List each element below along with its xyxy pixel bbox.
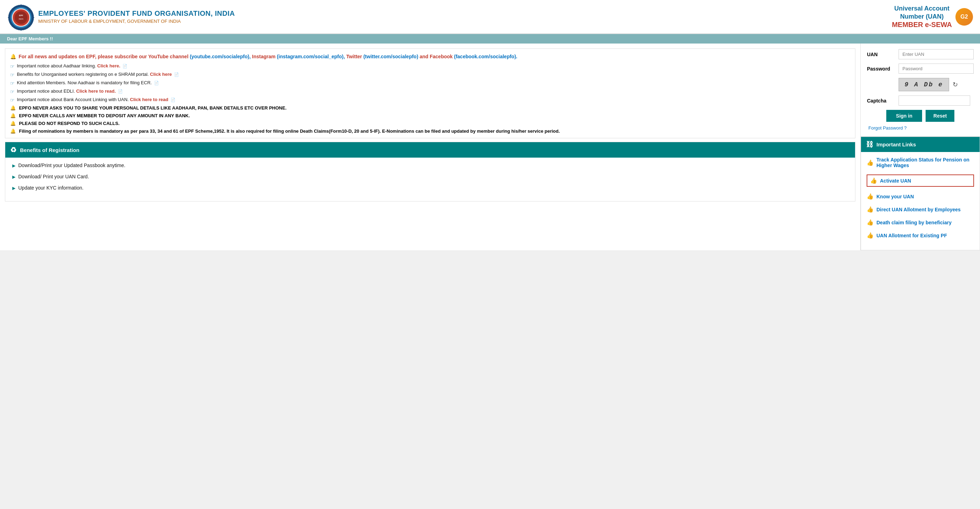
captcha-input-row: Captcha [867, 95, 974, 106]
bell-icon: 🔔 [10, 54, 16, 59]
links-icon: ⛓ [866, 140, 873, 148]
notice-pointer-icon: ☞ [10, 64, 15, 69]
uan-input[interactable] [899, 49, 974, 59]
captcha-image-row: 9 A Db e ↻ [899, 78, 974, 91]
warning-item: 🔔 PLEASE DO NOT RESPOND TO SUCH CALLS. [10, 121, 850, 126]
bell-icon: 🔔 [10, 129, 16, 134]
link-pointer-icon: 👍 [867, 232, 873, 239]
notice-item: ☞ Kind attention Members. Now Aadhaar is… [10, 80, 850, 86]
password-row: Password [867, 64, 974, 74]
warning-item: 🔔 EPFO NEVER CALLS ANY MEMBER TO DEPOSIT… [10, 113, 850, 118]
notice-pointer-icon: ☞ [10, 97, 15, 103]
pdf-icon: 📄 [154, 81, 159, 85]
uan-row: UAN [867, 49, 974, 59]
login-buttons-row: Sign in Reset [867, 110, 974, 122]
captcha-refresh-icon[interactable]: ↻ [953, 81, 958, 89]
benefits-list: ▶ Download/Print your Updated Passbook a… [5, 157, 855, 201]
pdf-icon: 📄 [170, 98, 175, 102]
logo-wrapper: EPF INDIA [7, 3, 33, 30]
org-title: EMPLOYEES' PROVIDENT FUND ORGANISATION, … [38, 10, 235, 17]
activate-uan-link-item: 👍 Activate UAN [867, 175, 974, 187]
link-pointer-icon: 👍 [867, 219, 873, 226]
link-item: 👍 Direct UAN Allotment by Employees [867, 206, 974, 213]
left-content: 🔔 For all news and updates on EPF, pleas… [0, 43, 861, 250]
forgot-password-link[interactable]: Forgot Password ? [867, 125, 974, 130]
warning-item: 🔔 EPFO NEVER ASKS YOU TO SHARE YOUR PERS… [10, 105, 850, 111]
benefit-arrow-icon: ▶ [12, 175, 16, 180]
header-left: EPF INDIA EMPLOYEES' PROVIDENT FUND ORGA… [7, 3, 235, 30]
g2-badge: G2 [955, 8, 973, 25]
link-item: 👍 Know your UAN [867, 193, 974, 200]
gear-icon: EPF INDIA [7, 3, 35, 32]
header-right: Universal AccountNumber (UAN) MEMBER e-S… [892, 5, 973, 29]
link-pointer-icon: 👍 [867, 193, 873, 200]
link-pointer-icon: 👍 [870, 177, 877, 184]
password-input[interactable] [899, 64, 974, 74]
notice-pointer-icon: ☞ [10, 80, 15, 86]
uan-box: Universal AccountNumber (UAN) MEMBER e-S… [892, 5, 952, 29]
bell-icon: 🔔 [10, 113, 16, 118]
important-links-title: Important Links [877, 142, 916, 148]
svg-point-12 [15, 11, 27, 24]
track-app-link[interactable]: Track Application Status for Pension on … [877, 157, 974, 168]
member-esewa-label: MEMBER e-SEWA [892, 21, 952, 29]
captcha-input[interactable] [899, 95, 970, 106]
death-claim-link[interactable]: Death claim filing by beneficiary [877, 220, 951, 225]
sign-in-button[interactable]: Sign in [886, 110, 923, 122]
benefit-arrow-icon: ▶ [12, 186, 16, 191]
know-uan-link[interactable]: Know your UAN [877, 194, 914, 199]
pdf-icon: 📄 [123, 64, 127, 68]
notice-item: ☞ Benefits for Unorganised workers regis… [10, 72, 850, 78]
link-item: 👍 UAN Allotment for Existing PF [867, 232, 974, 239]
uan-title: Universal AccountNumber (UAN) [892, 5, 952, 21]
login-form: UAN Password 9 A Db e ↻ Captcha Sign [861, 43, 980, 137]
main-container: 🔔 For all news and updates on EPF, pleas… [0, 43, 980, 250]
important-links-header: ⛓ Important Links [861, 137, 980, 152]
benefits-icon: ♻ [10, 146, 16, 154]
notice-pointer-icon: ☞ [10, 72, 15, 78]
links-list: 👍 Track Application Status for Pension o… [861, 152, 980, 250]
pdf-icon: 📄 [118, 89, 123, 93]
benefit-item: ▶ Download/ Print your UAN Card. [12, 174, 848, 180]
activate-uan-link[interactable]: Activate UAN [880, 178, 911, 184]
benefits-header: ♻ Benefits of Registration [5, 142, 855, 157]
link-item: 👍 Death claim filing by beneficiary [867, 219, 974, 226]
org-info: EMPLOYEES' PROVIDENT FUND ORGANISATION, … [38, 10, 235, 24]
sub-header: Dear EPF Members !! [0, 34, 980, 43]
notice-item: ☞ Important notice about EDLI. Click her… [10, 89, 850, 94]
notice-item: ☞ Important notice about Aadhaar linking… [10, 63, 850, 69]
benefit-item: ▶ Update your KYC information. [12, 185, 848, 191]
link-pointer-icon: 👍 [867, 206, 873, 213]
header: EPF INDIA EMPLOYEES' PROVIDENT FUND ORGA… [0, 0, 980, 34]
reset-button[interactable]: Reset [926, 110, 955, 122]
password-label: Password [867, 66, 895, 72]
svg-text:EPF: EPF [19, 14, 23, 16]
notice-pointer-icon: ☞ [10, 89, 15, 94]
benefits-title: Benefits of Registration [20, 147, 80, 153]
bell-icon: 🔔 [10, 121, 16, 126]
bell-icon: 🔔 [10, 105, 16, 111]
uan-allotment-link[interactable]: UAN Allotment for Existing PF [877, 233, 947, 239]
captcha-image: 9 A Db e [899, 78, 949, 91]
right-sidebar: UAN Password 9 A Db e ↻ Captcha Sign [861, 43, 980, 250]
captcha-label: Captcha [867, 98, 895, 103]
notice-item: ☞ Important notice about Bank Account Li… [10, 97, 850, 103]
nomination-notice: 🔔 Filing of nominations by members is ma… [10, 129, 850, 134]
direct-uan-link[interactable]: Direct UAN Allotment by Employees [877, 207, 961, 212]
benefits-section: ♻ Benefits of Registration ▶ Download/Pr… [5, 142, 855, 202]
news-banner: 🔔 For all news and updates on EPF, pleas… [10, 53, 850, 60]
org-subtitle: MINISTRY OF LABOUR & EMPLOYMENT, GOVERNM… [38, 19, 235, 24]
uan-label: UAN [867, 52, 895, 57]
notification-area: 🔔 For all news and updates on EPF, pleas… [5, 48, 855, 138]
benefit-item: ▶ Download/Print your Updated Passbook a… [12, 162, 848, 168]
pdf-icon: 📄 [174, 72, 179, 76]
benefit-arrow-icon: ▶ [12, 163, 16, 168]
svg-text:INDIA: INDIA [19, 18, 24, 20]
link-pointer-icon: 👍 [867, 159, 873, 166]
link-item: 👍 Track Application Status for Pension o… [867, 157, 974, 168]
important-links-section: ⛓ Important Links 👍 Track Application St… [861, 137, 980, 250]
